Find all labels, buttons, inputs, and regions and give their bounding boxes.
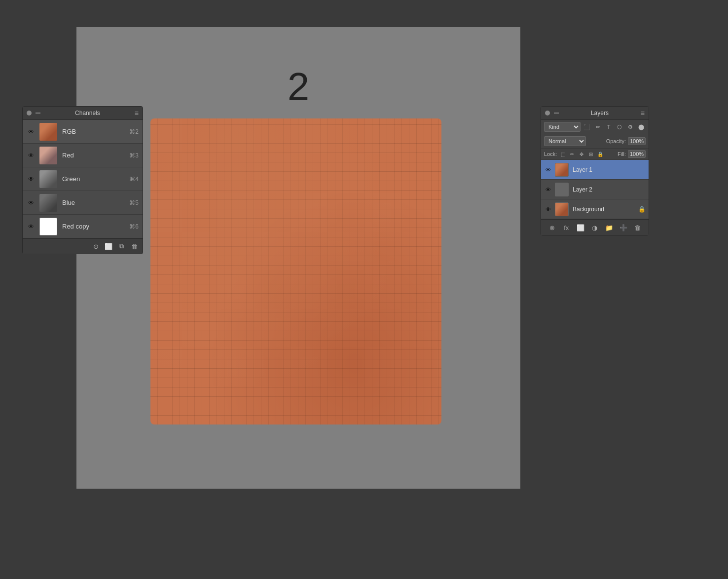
channels-panel-controls xyxy=(27,111,40,116)
channel-thumb-blue xyxy=(39,194,57,212)
channel-name-rgb: RGB xyxy=(62,128,129,135)
knitting-swatch xyxy=(150,118,441,425)
layer-thumb-layer2 xyxy=(555,183,569,196)
filter-more-icon[interactable]: ⬤ xyxy=(637,122,646,131)
channel-shortcut-green: ⌘4 xyxy=(129,176,139,183)
eye-icon-layer2[interactable] xyxy=(544,186,552,193)
channel-thumb-rgb xyxy=(39,123,57,141)
eye-icon-background[interactable] xyxy=(544,206,552,213)
channel-thumb-red-copy xyxy=(39,218,57,235)
channel-row-red-copy[interactable]: Red copy ⌘6 xyxy=(23,215,143,238)
channel-shortcut-red: ⌘3 xyxy=(129,152,139,159)
channel-row-blue[interactable]: Blue ⌘5 xyxy=(23,191,143,215)
channel-shortcut-rgb: ⌘2 xyxy=(129,128,139,135)
layers-footer: ⊗ fx ⬜ ◑ 📁 ➕ 🗑 xyxy=(541,219,649,235)
lock-transparency-icon[interactable]: ⬚ xyxy=(559,150,567,158)
channel-row-green[interactable]: Green ⌘4 xyxy=(23,167,143,191)
channel-name-green: Green xyxy=(62,175,129,183)
layers-menu-icon[interactable]: ≡ xyxy=(641,109,645,117)
channels-collapse-button[interactable] xyxy=(36,113,40,114)
channel-name-red-copy: Red copy xyxy=(62,223,129,230)
lock-position-icon[interactable]: ✥ xyxy=(578,150,585,158)
channel-thumb-red xyxy=(39,147,57,164)
opacity-label: Opacity: xyxy=(606,138,626,144)
opacity-input[interactable] xyxy=(628,137,646,145)
layer-row-layer1[interactable]: Layer 1 xyxy=(541,160,649,180)
mask-icon[interactable]: ⬜ xyxy=(104,242,113,251)
fill-input[interactable] xyxy=(628,150,646,158)
eye-icon-rgb[interactable] xyxy=(27,128,36,135)
channel-thumb-green xyxy=(39,170,57,188)
eye-icon-red-copy[interactable] xyxy=(27,223,36,230)
layer-thumb-background xyxy=(555,202,569,216)
layers-lock-row: Lock: ⬚ ✏ ✥ ⊞ 🔒 Fill: xyxy=(541,149,649,160)
layer-name-layer2: Layer 2 xyxy=(573,186,646,193)
group-icon[interactable]: 📁 xyxy=(604,223,614,232)
lock-icons: ⬚ ✏ ✥ ⊞ 🔒 xyxy=(559,150,604,158)
mask-icon[interactable]: ⬜ xyxy=(576,223,585,232)
background-lock-icon: 🔒 xyxy=(638,206,646,213)
adjustment-icon[interactable]: ◑ xyxy=(590,223,600,232)
dotted-circle-icon[interactable]: ⊙ xyxy=(91,242,100,251)
filter-adjust-icon[interactable]: ✏ xyxy=(593,122,602,131)
channels-menu-icon[interactable]: ≡ xyxy=(135,109,139,117)
layers-toolbar: Kind ⬛ ✏ T ⬡ ⚙ ⬤ xyxy=(541,120,649,134)
layer-name-layer1: Layer 1 xyxy=(573,166,646,173)
layers-close-button[interactable] xyxy=(545,111,550,116)
layers-panel: Layers ≡ Kind ⬛ ✏ T ⬡ ⚙ ⬤ Normal Multipl… xyxy=(541,106,649,236)
channel-shortcut-blue: ⌘5 xyxy=(129,199,139,206)
channel-name-red: Red xyxy=(62,152,129,159)
channels-close-button[interactable] xyxy=(27,111,32,116)
lock-all-icon[interactable]: 🔒 xyxy=(596,150,604,158)
lock-artboard-icon[interactable]: ⊞ xyxy=(587,150,595,158)
channels-panel-header: Channels ≡ xyxy=(23,107,143,120)
layers-collapse-button[interactable] xyxy=(554,113,559,114)
layers-blend-row: Normal Multiply Screen Opacity: xyxy=(541,134,649,149)
layers-panel-controls xyxy=(545,111,559,116)
channel-name-blue: Blue xyxy=(62,199,129,206)
fill-label: Fill: xyxy=(618,151,626,157)
filter-pixel-icon[interactable]: ⬛ xyxy=(582,122,591,131)
link-layers-icon[interactable]: ⊗ xyxy=(547,223,557,232)
layer-thumb-layer1 xyxy=(555,163,569,177)
eye-icon-green[interactable] xyxy=(27,176,36,183)
channels-panel-title: Channels xyxy=(75,110,100,116)
layer-name-background: Background xyxy=(573,206,638,213)
channels-panel: Channels ≡ RGB ⌘2 Red ⌘3 Green ⌘4 Blue ⌘… xyxy=(22,106,143,254)
filter-shape-icon[interactable]: ⬡ xyxy=(615,122,624,131)
layers-panel-title: Layers xyxy=(591,110,609,116)
filter-smart-icon[interactable]: ⚙ xyxy=(626,122,635,131)
canvas-area: 2 xyxy=(76,27,520,489)
fx-icon[interactable]: fx xyxy=(561,223,571,232)
channel-add-icon[interactable]: ⧉ xyxy=(117,242,126,251)
kind-select[interactable]: Kind xyxy=(544,122,581,132)
filter-type-icon[interactable]: T xyxy=(604,122,613,131)
new-layer-icon[interactable]: ➕ xyxy=(619,223,628,232)
channels-footer: ⊙ ⬜ ⧉ 🗑 xyxy=(23,238,143,254)
eye-icon-layer1[interactable] xyxy=(544,166,552,173)
layer-row-layer2[interactable]: Layer 2 xyxy=(541,180,649,199)
channel-row-red[interactable]: Red ⌘3 xyxy=(23,144,143,167)
lock-label: Lock: xyxy=(544,151,557,157)
eye-icon-blue[interactable] xyxy=(27,199,36,206)
canvas-number: 2 xyxy=(288,64,310,110)
layer-row-background[interactable]: Background 🔒 xyxy=(541,199,649,219)
delete-layer-icon[interactable]: 🗑 xyxy=(632,223,642,232)
eye-icon-red[interactable] xyxy=(27,152,36,159)
trash-icon[interactable]: 🗑 xyxy=(130,242,139,251)
lock-paint-icon[interactable]: ✏ xyxy=(568,150,576,158)
blend-mode-select[interactable]: Normal Multiply Screen xyxy=(544,136,586,146)
channel-row-rgb[interactable]: RGB ⌘2 xyxy=(23,120,143,144)
channel-shortcut-red-copy: ⌘6 xyxy=(129,223,139,230)
layers-panel-header: Layers ≡ xyxy=(541,107,649,120)
